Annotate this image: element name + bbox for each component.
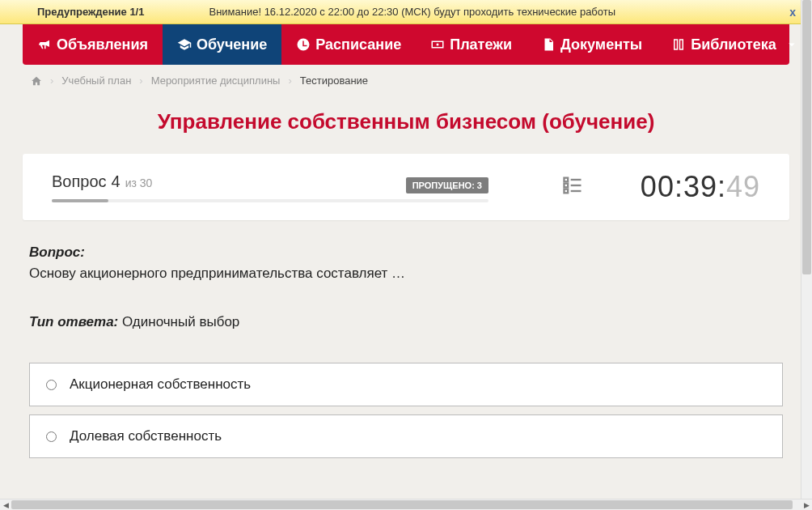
warning-bar: Предупреждение 1/1 Внимание! 16.12.2020 … [0, 0, 812, 24]
answer-label: Долевая собственность [70, 428, 222, 444]
scroll-left-arrow[interactable]: ◀ [0, 499, 11, 511]
warning-label: Предупреждение 1/1 [37, 6, 144, 18]
answer-type-label: Тип ответа: [29, 314, 118, 329]
vertical-scrollbar[interactable] [801, 0, 812, 499]
tab-documents[interactable]: Документы [527, 24, 657, 65]
answer-option[interactable]: Акционерная собственность [29, 363, 783, 406]
question-text: Основу акционерного предпринимательства … [29, 266, 783, 282]
question-block: Вопрос: Основу акционерного предпринимат… [23, 220, 789, 330]
breadcrumb: › Учебный план › Мероприятие дисциплины … [23, 65, 789, 96]
breadcrumb-sep-icon: › [50, 74, 53, 87]
question-word: Вопрос [52, 172, 107, 191]
scroll-right-arrow[interactable]: ▶ [801, 499, 812, 511]
clock-icon [296, 37, 311, 52]
money-icon [430, 37, 445, 52]
timer-main: 00:39: [641, 170, 726, 203]
tab-library[interactable]: Библиотека [657, 24, 812, 65]
page-title: Управление собственным бизнесом (обучени… [23, 96, 789, 154]
answer-type: Одиночный выбор [122, 314, 239, 329]
answers-list: Акционерная собственность Долевая собств… [23, 363, 789, 458]
answer-radio[interactable] [46, 380, 57, 390]
warning-close-button[interactable]: x [789, 6, 796, 19]
of-word: из [125, 176, 137, 189]
answer-option[interactable]: Долевая собственность [29, 414, 783, 458]
breadcrumb-plan[interactable]: Учебный план [61, 74, 131, 87]
graduation-icon [177, 37, 192, 52]
book-icon [671, 37, 686, 52]
tab-label: Документы [560, 36, 642, 53]
question-total: 30 [140, 176, 153, 189]
answer-radio[interactable] [46, 431, 57, 442]
warning-text: Внимание! 16.12.2020 c 22:00 до 22:30 (М… [209, 6, 799, 18]
chevron-down-icon [785, 37, 799, 52]
quiz-header: Вопрос 4 из 30 ПРОПУЩЕНО: 3 00:39:49 [23, 154, 789, 220]
timer-seconds: 49 [726, 170, 760, 203]
tab-label: Объявления [57, 36, 148, 53]
home-icon[interactable] [31, 75, 42, 87]
answer-label: Акционерная собственность [70, 376, 251, 393]
svg-rect-4 [565, 189, 569, 193]
progress-fill [52, 199, 108, 202]
horizontal-scrollbar[interactable]: ◀ ▶ [0, 499, 812, 510]
breadcrumb-event[interactable]: Мероприятие дисциплины [151, 74, 281, 87]
svg-rect-2 [565, 184, 569, 188]
tab-payments[interactable]: Платежи [416, 24, 527, 65]
question-counter: Вопрос 4 из 30 [52, 172, 152, 191]
question-label: Вопрос: [29, 244, 783, 261]
tab-label: Расписание [315, 36, 401, 53]
document-icon [541, 37, 556, 52]
tab-label: Платежи [450, 36, 512, 53]
scrollbar-thumb[interactable] [11, 500, 793, 509]
scrollbar-thumb[interactable] [802, 0, 811, 274]
question-list-button[interactable] [561, 174, 584, 200]
tab-announcements[interactable]: Объявления [23, 24, 163, 65]
progress-bar [52, 199, 488, 202]
timer: 00:39:49 [641, 170, 760, 204]
nav-tabs: Объявления Обучение Расписание Платежи Д… [23, 24, 789, 65]
tab-label: Библиотека [691, 36, 776, 53]
breadcrumb-sep-icon: › [139, 74, 142, 87]
skipped-badge: ПРОПУЩЕНО: 3 [406, 177, 488, 193]
tab-learning[interactable]: Обучение [163, 24, 281, 65]
quiz-progress: Вопрос 4 из 30 ПРОПУЩЕНО: 3 [52, 172, 488, 202]
breadcrumb-sep-icon: › [288, 74, 291, 87]
tab-schedule[interactable]: Расписание [281, 24, 416, 65]
megaphone-icon [37, 37, 52, 52]
tab-label: Обучение [197, 36, 267, 53]
question-num: 4 [112, 172, 121, 191]
answer-type-row: Тип ответа: Одиночный выбор [29, 314, 783, 330]
breadcrumb-testing: Тестирование [300, 74, 368, 87]
svg-rect-0 [565, 178, 569, 182]
